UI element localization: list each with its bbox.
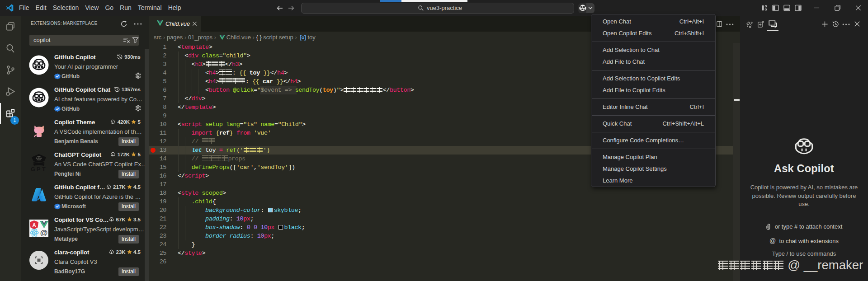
svg-text:A: A [32,222,36,229]
svg-text:@: @ [40,229,48,237]
svg-text:GPT: GPT [31,166,47,173]
